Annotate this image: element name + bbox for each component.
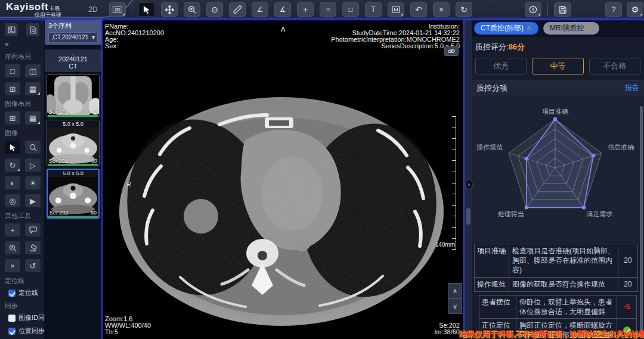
image-focus-button[interactable]: ◎ (5, 194, 20, 207)
layout-1x1-icon: □ (10, 67, 15, 76)
tool-eraser-button[interactable] (25, 241, 41, 254)
chain-link-icon (448, 48, 455, 54)
cursor-tool-button[interactable] (138, 2, 155, 17)
series-thumbnail-202[interactable]: 5.0 x 5.0 Ser:20260 (47, 169, 100, 219)
tab-mri-brain-qc[interactable]: MRI脑质控 ⚠ (543, 22, 599, 35)
image-rotate-button[interactable]: ↻ (5, 158, 20, 172)
thumb-count: 2 (94, 109, 97, 115)
report-link[interactable]: 报告 (625, 83, 639, 93)
grade-medium-button[interactable]: 中等 (532, 58, 583, 74)
delete-annotation-button[interactable]: × (433, 2, 450, 17)
series-layout-1x1-button[interactable]: □ (5, 64, 20, 77)
focus-rings-icon: ◎ (9, 197, 16, 206)
table-row[interactable]: 项目准确 检查项目是否准确(项目如脑部、胸部、腹部是否在标准的范围内容) 20 (474, 244, 638, 278)
image-invert-button[interactable]: ◐ (5, 176, 20, 189)
table-row[interactable]: 患者摆位 仰卧位，双臂上举抱头，患者体位摆放合适，无明显偏斜 -5 (479, 295, 637, 319)
wl-preset-icon (392, 6, 400, 13)
row-desc: 仰卧位，双臂上举抱头，患者体位摆放合适，无明显偏斜 (516, 296, 617, 318)
thumb-count: 60 (91, 210, 97, 216)
tab-ct-lung-qc[interactable]: CT质控(肺部) ⚠ (474, 22, 538, 35)
layout-2x2-icon: ⊞ (10, 114, 16, 123)
tool-probe-button[interactable]: + (5, 223, 20, 237)
image-flip-button[interactable]: ▷ (25, 158, 41, 172)
series-thumbnail-201[interactable]: 5.0 x 5.0 Ser:20160 (47, 120, 100, 166)
undo-button[interactable]: ↶ (410, 2, 427, 17)
ellipse-roi-button[interactable]: ○ (320, 2, 336, 17)
sync-position-row[interactable]: 位置同步 (8, 326, 39, 335)
tool-delete-button[interactable]: × (5, 259, 20, 272)
magnifier-icon (29, 144, 37, 151)
chevron-up-icon: ∧ (453, 287, 457, 295)
series-panel-toggle-button[interactable] (5, 23, 18, 36)
scale-ruler-label: 140mm (435, 241, 455, 248)
pan-tool-button[interactable] (161, 2, 178, 17)
play-icon: ▶ (30, 197, 36, 206)
grade-fail-button[interactable]: 不合格 (589, 58, 640, 74)
qc-scrollbar-thumb[interactable] (640, 106, 643, 338)
layout-mode-button[interactable]: 2D (109, 2, 126, 17)
settings-button[interactable]: ⚙ (627, 2, 643, 17)
rect-roi-button[interactable]: □ (342, 2, 359, 17)
angle-measure-button[interactable]: ∠ (252, 2, 268, 17)
image-cine-play-button[interactable]: ▶ (25, 194, 41, 207)
gear-icon: ⚙ (631, 5, 639, 14)
image-layout-2x2-button[interactable]: ⊞ (5, 111, 20, 125)
series-thumbnail-101[interactable]: Ser:1012 (47, 74, 100, 117)
tool-magnify-text-button[interactable] (5, 241, 20, 254)
wl-preset-button[interactable] (388, 2, 404, 17)
thumb-progress-bar (48, 115, 98, 117)
divider-scrollbar-thumb[interactable] (466, 208, 470, 225)
main-image-viewport[interactable]: PName: AccNO:2401210200 Age: Sex: Instit… (101, 20, 463, 339)
image-magnifier-button[interactable] (25, 141, 41, 154)
thickness-value: Th:5 (105, 329, 151, 335)
info-icon (529, 5, 537, 14)
qc-tabs: CT质控(肺部) ⚠ MRI脑质控 ⚠ (472, 20, 644, 37)
slice-down-button[interactable]: ∨ (448, 298, 462, 314)
image-cursor-button[interactable] (5, 141, 20, 154)
scout-line-checkbox-row[interactable]: 定位线 (8, 288, 39, 297)
help-icon: ? (612, 5, 616, 14)
series-count-label: 3个序列 (48, 21, 98, 30)
tool-annotation-button[interactable] (25, 223, 41, 237)
report-panel-button[interactable] (26, 23, 39, 36)
series-layout-1x2-button[interactable]: ◫ (25, 64, 41, 77)
slice-up-button[interactable]: ∧ (448, 283, 462, 298)
image-brightness-button[interactable]: ☀ (25, 176, 41, 189)
row-score: 20 (618, 244, 637, 277)
layout-2x2-icon: ⊞ (10, 85, 16, 94)
text-annotation-button[interactable]: T (365, 2, 382, 17)
thumb-progress-bar (48, 216, 98, 217)
help-button[interactable]: ? (605, 2, 622, 17)
thumb-series-desc: 5.0 x 5.0 (47, 120, 99, 127)
sync-image-id-row[interactable]: 图像ID同步 (8, 313, 39, 322)
series-layout-2x2-button[interactable]: ⊞ (5, 82, 20, 95)
image-id-sync-checkbox[interactable] (8, 315, 16, 322)
tool-reset-button[interactable]: ↺ (25, 259, 41, 272)
grade-excellent-button[interactable]: 优秀 (475, 58, 527, 74)
scout-line-checkbox[interactable] (8, 290, 16, 297)
zoom-tool-button[interactable] (184, 2, 200, 17)
table-row[interactable]: 操作规范 图像的获取是否符合操作规范 20 (474, 278, 638, 292)
window-level-tool-button[interactable]: ⊙ (206, 2, 223, 17)
image-layout-grid-button[interactable]: ▦ (25, 111, 41, 125)
position-sync-checkbox[interactable] (8, 328, 16, 335)
study-group-label: , 20240121 CT (45, 49, 101, 72)
save-button[interactable] (554, 2, 571, 17)
info-button[interactable] (525, 2, 541, 17)
collapse-sidebar-icon[interactable]: « (5, 40, 39, 48)
position-sync-label: 位置同步 (18, 326, 45, 335)
expand-panel-button[interactable]: › (465, 179, 473, 189)
series-panel-icon (8, 26, 16, 33)
study-selector-dropdown[interactable]: ,CT,20240121 ▾ (48, 32, 98, 42)
radar-chart-svg: 项目准确信息准确满足需求处理得当操作规范 (472, 95, 639, 242)
toolbar-far-right-group: ? ⚙ (605, 2, 643, 17)
penalty-score: -5 (624, 303, 630, 311)
link-series-button[interactable] (444, 46, 459, 56)
cobb-angle-button[interactable]: ∡ (274, 2, 291, 17)
probe-tool-button[interactable]: + (297, 2, 314, 17)
svg-text:项目准确: 项目准确 (542, 108, 568, 115)
length-measure-button[interactable] (229, 2, 246, 17)
reset-view-button[interactable]: ↻ (456, 2, 472, 17)
chevron-right-icon: › (468, 181, 470, 188)
series-layout-grid-button[interactable]: ▦ (25, 82, 41, 95)
